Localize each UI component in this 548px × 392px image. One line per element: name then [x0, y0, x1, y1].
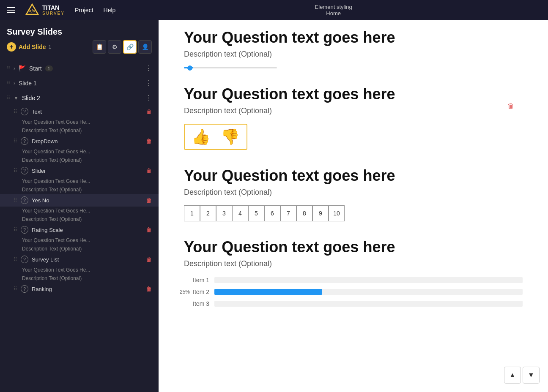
rating-box-3[interactable]: 3 — [216, 205, 232, 221]
question-label-text: Text — [32, 109, 142, 115]
question-icon-dropdown: ? — [21, 137, 28, 145]
rating-box-7[interactable]: 7 — [280, 205, 296, 221]
nav-center: Element styling Home — [126, 4, 541, 16]
project-menu[interactable]: Project — [75, 7, 93, 14]
survey-item-2[interactable]: 25% Item 2 — [184, 289, 523, 295]
drag-handle-ranking: ⠿ — [14, 286, 17, 292]
delete-yesno[interactable]: 🗑 — [146, 197, 152, 204]
rating-box-9[interactable]: 9 — [312, 205, 329, 221]
thumbs-down-icon[interactable]: 👎 — [221, 128, 240, 146]
slider-sub1[interactable]: Your Question Text Goes He... — [0, 177, 159, 185]
add-slide-label: Add Slide — [19, 44, 46, 50]
slider-thumb[interactable] — [187, 65, 192, 71]
q-desc-yesno: Description text (Optional) — [184, 106, 523, 115]
delete-ranking[interactable]: 🗑 — [146, 286, 152, 292]
collapse-arrow-start[interactable]: › — [14, 65, 15, 71]
survey-item-label-1: Item 1 — [184, 277, 209, 283]
expand-arrow-slide2[interactable]: ▼ — [14, 95, 19, 101]
logo-text: TITAN SURVEY — [42, 5, 65, 16]
delete-ratingscale[interactable]: 🗑 — [146, 226, 152, 233]
survey-item-1[interactable]: Item 1 — [184, 277, 523, 283]
ratingscale-sub2[interactable]: Description Text (Optional) — [0, 245, 159, 253]
slider-track[interactable] — [184, 67, 277, 68]
add-icon: + — [7, 42, 16, 52]
question-label-slider: Slider — [32, 168, 142, 174]
question-row-yesno[interactable]: ⠿ ? Yes No 🗑 — [0, 194, 159, 207]
flag-icon: 🚩 — [19, 65, 26, 72]
rating-box-8[interactable]: 8 — [296, 205, 312, 221]
survey-item-3[interactable]: Item 3 — [184, 300, 523, 307]
question-icon-yesno: ? — [21, 196, 28, 204]
surveylist-sub2[interactable]: Description Text (Optional) — [0, 274, 159, 283]
add-slide-button[interactable]: + Add Slide 1 — [7, 42, 51, 52]
sidebar-divider — [7, 59, 152, 59]
pct-label-2: 25% — [180, 289, 190, 295]
surveylist-sub1[interactable]: Your Question Text Goes He... — [0, 266, 159, 274]
sidebar-item-slide1[interactable]: ⠿ › Slide 1 ⋮ — [0, 76, 159, 90]
gear-icon[interactable]: ⚙ — [108, 40, 121, 54]
rating-scale-element[interactable]: 1 2 3 4 5 6 7 8 9 10 — [184, 205, 523, 221]
thumbs-element[interactable]: 👍 👎 — [184, 124, 247, 150]
question-label-ranking: Ranking — [32, 286, 142, 292]
question-icon-surveylist: ? — [21, 256, 28, 263]
nav-down-button[interactable]: ▼ — [523, 367, 540, 384]
rating-box-1[interactable]: 1 — [184, 205, 200, 221]
question-row-slider[interactable]: ⠿ ? Slider 🗑 — [0, 164, 159, 177]
start-badge: 1 — [45, 65, 53, 71]
question-row-ratingscale[interactable]: ⠿ ? Rating Scale 🗑 — [0, 223, 159, 236]
sidebar-item-start[interactable]: ⠿ › 🚩 Start 1 ⋮ — [0, 61, 159, 76]
start-dots[interactable]: ⋮ — [145, 64, 152, 72]
nav-up-button[interactable]: ▲ — [504, 367, 521, 384]
slide1-dots[interactable]: ⋮ — [145, 79, 152, 87]
link-icon[interactable]: 🔗 — [123, 40, 137, 54]
question-row-dropdown[interactable]: ⠿ ? DropDown 🗑 — [0, 135, 159, 147]
question-block-rating: Your Question text goes here Description… — [184, 167, 523, 221]
rating-box-4[interactable]: 4 — [232, 205, 248, 221]
survey-bar-2 — [214, 289, 322, 295]
ratingscale-sub1[interactable]: Your Question Text Goes He... — [0, 236, 159, 245]
rating-box-10[interactable]: 10 — [329, 205, 345, 221]
delete-text[interactable]: 🗑 — [146, 108, 152, 115]
yesno-sub2[interactable]: Description Text (Optional) — [0, 215, 159, 223]
delete-slider[interactable]: 🗑 — [146, 167, 152, 174]
q-title-surveylist: Your Question text goes here — [184, 238, 523, 256]
question-row-text[interactable]: ⠿ ? Text 🗑 — [0, 105, 159, 118]
question-block-surveylist: Your Question text goes here Description… — [184, 238, 523, 307]
survey-item-label-3: Item 3 — [184, 300, 209, 307]
help-menu[interactable]: Help — [104, 7, 116, 14]
slider-sub2[interactable]: Description Text (Optional) — [0, 185, 159, 194]
dropdown-sub2[interactable]: Description Text (Optional) — [0, 156, 159, 164]
q-desc-rating: Description text (Optional) — [184, 188, 523, 197]
rating-box-5[interactable]: 5 — [248, 205, 264, 221]
slider-element[interactable] — [184, 67, 523, 68]
copy-icon[interactable]: 📋 — [93, 40, 106, 54]
delete-surveylist[interactable]: 🗑 — [146, 256, 152, 263]
start-label: Start — [29, 65, 42, 72]
rating-box-2[interactable]: 2 — [200, 205, 216, 221]
person-icon[interactable]: 👤 — [138, 40, 152, 54]
collapse-arrow-slide1[interactable]: › — [14, 80, 15, 86]
rating-box-6[interactable]: 6 — [264, 205, 280, 221]
question-block-slider: Your Question text goes here Description… — [184, 29, 523, 68]
drag-handle-slider: ⠿ — [14, 168, 17, 174]
drag-handle-text: ⠿ — [14, 109, 17, 114]
thumbs-up-icon[interactable]: 👍 — [192, 128, 211, 146]
yesno-sub1[interactable]: Your Question Text Goes He... — [0, 207, 159, 215]
home-link[interactable]: Home — [326, 10, 341, 16]
brand-sub: SURVEY — [42, 11, 65, 16]
delete-dropdown[interactable]: 🗑 — [146, 138, 152, 144]
element-styling-label: Element styling — [315, 4, 352, 10]
dropdown-sub1[interactable]: Your Question Text Goes He... — [0, 147, 159, 156]
drag-handle-surveylist: ⠿ — [14, 256, 17, 262]
brand-name: TITAN — [42, 5, 65, 11]
text-sub1[interactable]: Your Question Text Goes He... — [0, 118, 159, 126]
question-row-ranking[interactable]: ⠿ ? Ranking 🗑 — [0, 283, 159, 295]
question-row-surveylist[interactable]: ⠿ ? Survey List 🗑 — [0, 253, 159, 266]
text-sub2[interactable]: Description Text (Optional) — [0, 126, 159, 135]
slide2-dots[interactable]: ⋮ — [145, 94, 152, 102]
nav-arrows: ▲ ▼ — [504, 367, 540, 384]
sidebar-item-slide2[interactable]: ⠿ ▼ Slide 2 ⋮ — [0, 90, 159, 105]
hamburger-menu[interactable] — [7, 7, 15, 13]
question-group: ⠿ ? Text 🗑 Your Question Text Goes He...… — [0, 105, 159, 295]
delete-right-icon[interactable]: 🗑 — [507, 102, 514, 110]
